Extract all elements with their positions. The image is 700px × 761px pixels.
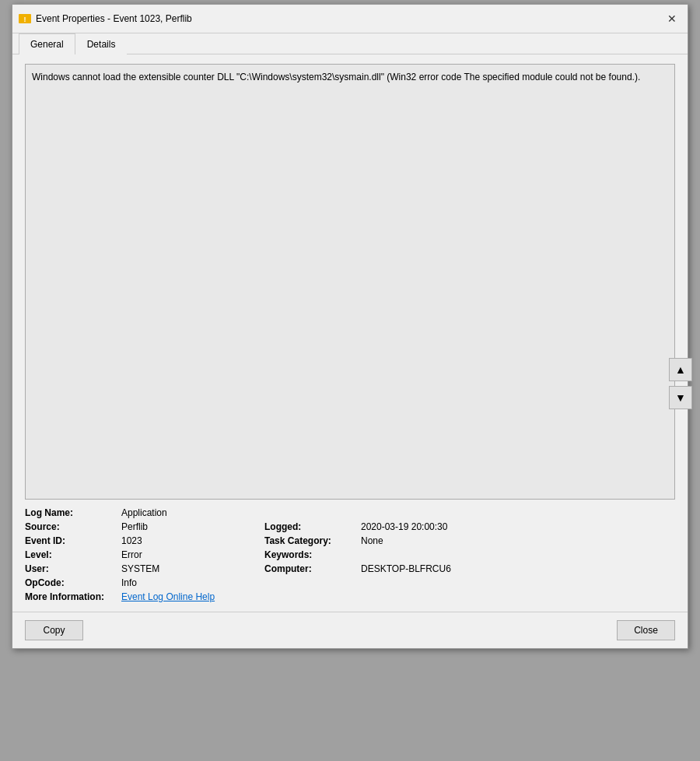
event-info-grid: Log Name: Application Source: Perflib Lo…: [25, 507, 675, 602]
title-bar: ! Event Properties - Event 1023, Perflib…: [12, 5, 688, 33]
event-id-label: Event ID:: [25, 535, 118, 546]
level-value: Error: [121, 549, 261, 560]
keywords-label: Keywords:: [264, 549, 358, 560]
task-category-label: Task Category:: [264, 535, 358, 546]
user-label: User:: [25, 563, 118, 574]
title-bar-left: ! Event Properties - Event 1023, Perflib: [19, 12, 192, 25]
event-log-online-help-link[interactable]: Event Log Online Help: [121, 591, 516, 602]
copy-button[interactable]: Copy: [25, 620, 83, 640]
computer-value: DESKTOP-BLFRCU6: [361, 563, 516, 574]
tab-content-general: Windows cannot load the extensible count…: [12, 54, 688, 612]
event-message-text: Windows cannot load the extensible count…: [32, 72, 640, 82]
footer: Copy Close: [12, 612, 688, 648]
dialog-close-button[interactable]: Close: [617, 620, 675, 640]
dialog-icon: !: [19, 12, 31, 25]
tab-details[interactable]: Details: [75, 33, 128, 54]
computer-label: Computer:: [264, 563, 358, 574]
tab-general[interactable]: General: [19, 33, 75, 54]
event-properties-dialog: ! Event Properties - Event 1023, Perflib…: [12, 4, 688, 649]
logged-value: 2020-03-19 20:00:30: [361, 521, 516, 532]
opcode-value: Info: [121, 577, 516, 588]
opcode-label: OpCode:: [25, 577, 118, 588]
user-value: SYSTEM: [121, 563, 261, 574]
tab-bar: General Details: [12, 33, 688, 54]
svg-text:!: !: [24, 16, 26, 23]
navigate-up-button[interactable]: ▲: [669, 358, 692, 381]
navigation-buttons: ▲ ▼: [669, 358, 692, 409]
source-value: Perflib: [121, 521, 261, 532]
log-name-value: Application: [121, 507, 516, 518]
logged-label: Logged:: [264, 521, 358, 532]
task-category-value: None: [361, 535, 516, 546]
event-message-box: Windows cannot load the extensible count…: [25, 64, 675, 500]
dialog-title: Event Properties - Event 1023, Perflib: [36, 13, 192, 24]
event-id-value: 1023: [121, 535, 261, 546]
navigate-down-button[interactable]: ▼: [669, 386, 692, 409]
keywords-value: [361, 549, 516, 560]
level-label: Level:: [25, 549, 118, 560]
close-button[interactable]: ✕: [663, 9, 681, 28]
log-name-label: Log Name:: [25, 507, 118, 518]
more-info-label: More Information:: [25, 591, 118, 602]
source-label: Source:: [25, 521, 118, 532]
